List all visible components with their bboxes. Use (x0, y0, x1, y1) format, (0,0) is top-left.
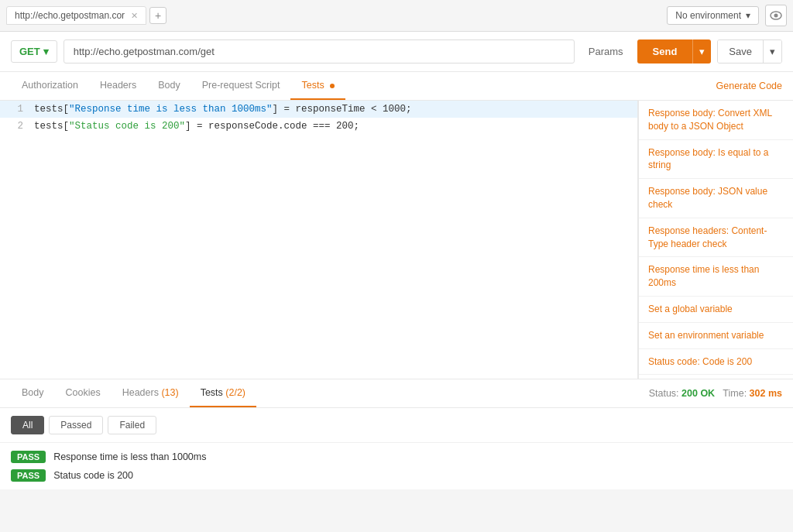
pass-badge-1: PASS (11, 451, 46, 463)
save-button-group: Save ▾ (717, 39, 782, 63)
snippet-item[interactable]: Status code: Code is 200 (639, 349, 793, 376)
top-bar: http://echo.getpostman.cor ✕ + No enviro… (0, 0, 793, 32)
save-dropdown-button[interactable]: ▾ (763, 40, 781, 63)
snippet-item[interactable]: Response time is less than 200ms (639, 257, 793, 297)
snippet-item[interactable]: Response headers: Content-Type header ch… (639, 218, 793, 258)
snippet-item[interactable]: Response body: JSON value check (639, 179, 793, 218)
test-results: PASS Response time is less than 1000ms P… (0, 443, 793, 489)
chevron-down-icon: ▾ (746, 10, 750, 21)
tests-badge: (2/2) (225, 387, 245, 398)
url-tab-label: http://echo.getpostman.cor (15, 10, 125, 21)
eye-button[interactable] (765, 5, 787, 26)
response-tabs-bar: Body Cookies Headers (13) Tests (2/2) St… (0, 379, 793, 408)
resp-tab-cookies[interactable]: Cookies (55, 379, 112, 407)
main-area: 1 tests["Response time is less than 1000… (0, 101, 793, 379)
snippets-panel: Response body: Convert XML body to a JSO… (638, 101, 793, 379)
tab-pre-request-script[interactable]: Pre-request Script (191, 72, 291, 100)
env-label: No environment (675, 10, 741, 21)
line-content-1: tests["Response time is less than 1000ms… (31, 101, 637, 118)
snippet-item[interactable]: Set an environment variable (639, 323, 793, 349)
snippet-item[interactable]: Set a global variable (639, 297, 793, 323)
params-button[interactable]: Params (581, 40, 631, 63)
status-value: 200 OK (681, 388, 715, 399)
filter-all-button[interactable]: All (11, 416, 44, 434)
snippet-item[interactable]: Response body: Convert XML body to a JSO… (639, 101, 793, 140)
env-area: No environment ▾ (667, 5, 787, 26)
request-bar: GET ▾ Params Send ▾ Save ▾ (0, 32, 793, 72)
pass-badge-2: PASS (11, 469, 46, 482)
send-button-group: Send ▾ (637, 39, 712, 63)
resp-tab-tests[interactable]: Tests (2/2) (190, 379, 256, 407)
snippet-item[interactable]: Status code: Code name has string (639, 375, 793, 379)
tab-tests[interactable]: Tests (290, 72, 345, 100)
test-result-item-2: PASS Status code is 200 (11, 469, 782, 482)
chevron-down-icon: ▾ (43, 46, 49, 57)
tests-dot (330, 84, 335, 88)
response-status: Status: 200 OK Time: 302 ms (649, 388, 782, 399)
tab-headers[interactable]: Headers (89, 72, 147, 100)
resp-tab-headers[interactable]: Headers (13) (112, 379, 190, 407)
tab-body[interactable]: Body (147, 72, 191, 100)
send-button[interactable]: Send (637, 39, 693, 63)
test-result-label-1: Response time is less than 1000ms (53, 451, 206, 462)
save-button[interactable]: Save (718, 40, 763, 63)
add-tab-button[interactable]: + (149, 7, 166, 24)
method-select[interactable]: GET ▾ (11, 40, 57, 63)
filter-passed-button[interactable]: Passed (49, 416, 103, 434)
resp-tab-body[interactable]: Body (11, 379, 55, 407)
time-value: 302 ms (750, 388, 782, 399)
url-input[interactable] (64, 39, 575, 63)
line-number-2: 2 (0, 118, 31, 135)
method-label: GET (19, 46, 40, 57)
line-content-2: tests["Status code is 200"] = responseCo… (31, 118, 637, 135)
line-number-1: 1 (0, 101, 31, 118)
send-dropdown-button[interactable]: ▾ (692, 39, 711, 63)
filter-failed-button[interactable]: Failed (108, 416, 156, 434)
response-area: Body Cookies Headers (13) Tests (2/2) St… (0, 379, 793, 489)
headers-badge: (13) (161, 387, 178, 398)
code-line-1: 1 tests["Response time is less than 1000… (0, 101, 637, 118)
test-result-label-2: Status code is 200 (53, 470, 133, 481)
generate-code-link[interactable]: Generate Code (716, 81, 782, 91)
filter-bar: All Passed Failed (0, 408, 793, 443)
snippet-item[interactable]: Response body: Is equal to a string (639, 140, 793, 180)
test-result-item-1: PASS Response time is less than 1000ms (11, 451, 782, 463)
code-line-2: 2 tests["Status code is 200"] = response… (0, 118, 637, 135)
eye-icon (770, 11, 782, 20)
tab-authorization[interactable]: Authorization (11, 72, 89, 100)
request-tabs: Authorization Headers Body Pre-request S… (0, 72, 793, 101)
env-select-dropdown[interactable]: No environment ▾ (667, 6, 759, 25)
close-icon[interactable]: ✕ (131, 11, 138, 21)
svg-point-1 (774, 14, 778, 18)
url-tab[interactable]: http://echo.getpostman.cor ✕ (6, 6, 146, 25)
code-editor[interactable]: 1 tests["Response time is less than 1000… (0, 101, 638, 379)
